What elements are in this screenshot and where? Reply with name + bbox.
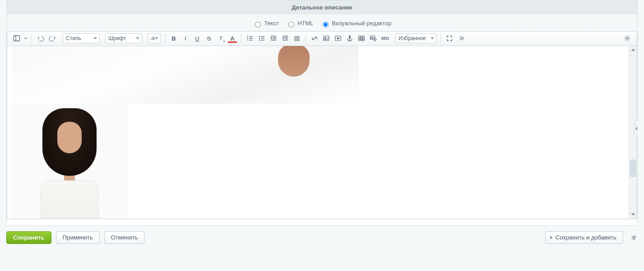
svg-point-29 xyxy=(349,36,351,37)
cancel-button[interactable]: Отменить xyxy=(104,231,144,244)
mode-visual-text: Визуальный редактор xyxy=(332,20,391,27)
settings-gear-icon[interactable] xyxy=(622,33,633,44)
style-select-label: Стиль xyxy=(66,35,81,41)
template-dropdown-icon[interactable] xyxy=(23,33,28,44)
video-icon[interactable] xyxy=(333,33,343,44)
editor-mode-row: Текст HTML Визуальный редактор xyxy=(7,14,637,31)
font-size-icon: ↕A xyxy=(150,36,155,41)
section-title: Детальное описание xyxy=(292,4,352,11)
ordered-list-icon[interactable]: 123 xyxy=(245,33,255,44)
seo-icon[interactable]: SEO xyxy=(380,33,390,44)
svg-rect-0 xyxy=(14,36,20,41)
content-image-1-graphic xyxy=(278,46,310,77)
image-icon[interactable] xyxy=(321,33,332,44)
svg-rect-31 xyxy=(359,36,364,41)
apply-button-label: Применить xyxy=(63,234,93,241)
save-button[interactable]: Сохранить xyxy=(6,231,51,244)
svg-point-27 xyxy=(325,37,326,39)
cancel-button-label: Отменить xyxy=(111,234,138,241)
font-select-label: Шрифт xyxy=(108,35,126,41)
pin-icon[interactable] xyxy=(630,234,638,241)
mode-text-label[interactable]: Текст xyxy=(253,20,281,27)
section-header: Детальное описание xyxy=(7,0,637,14)
align-icon[interactable] xyxy=(292,33,302,44)
mode-visual-radio[interactable] xyxy=(323,22,329,28)
image-link-icon[interactable] xyxy=(368,33,379,44)
scroll-down-icon[interactable] xyxy=(629,211,637,219)
unordered-list-icon[interactable] xyxy=(256,33,267,44)
font-size-select[interactable]: ↕A xyxy=(148,33,161,43)
apply-button[interactable]: Применить xyxy=(56,231,100,244)
save-and-add-button[interactable]: + Сохранить и добавить xyxy=(545,231,623,244)
svg-point-38 xyxy=(626,37,628,39)
font-select[interactable]: Шрифт xyxy=(105,33,142,43)
svg-point-13 xyxy=(259,40,260,41)
underline-button[interactable]: U xyxy=(192,33,203,44)
plus-icon: + xyxy=(549,234,553,241)
mode-html-text: HTML xyxy=(297,20,313,27)
more-icon[interactable] xyxy=(456,33,467,44)
editor-toolbar: Стиль Шрифт ↕A B I U S Tx xyxy=(7,31,637,46)
content-image-1[interactable] xyxy=(12,46,358,104)
style-select[interactable]: Стиль xyxy=(63,33,100,43)
side-flyout-toggle[interactable] xyxy=(634,120,638,137)
outdent-icon[interactable] xyxy=(268,33,279,44)
indent-icon[interactable] xyxy=(280,33,291,44)
bold-button[interactable]: B xyxy=(168,33,179,44)
svg-text:3: 3 xyxy=(247,38,248,41)
svg-point-12 xyxy=(259,38,260,39)
clear-format-button[interactable]: Tx xyxy=(215,33,226,44)
italic-button[interactable]: I xyxy=(180,33,191,44)
editor-content-area[interactable] xyxy=(7,46,629,219)
anchor-icon[interactable] xyxy=(344,33,355,44)
editor-wrap: Стиль Шрифт ↕A B I U S Tx xyxy=(7,31,637,219)
scroll-thumb[interactable] xyxy=(630,160,636,177)
mode-html-label[interactable]: HTML xyxy=(286,20,315,27)
mode-text-radio[interactable] xyxy=(255,22,261,28)
favorites-select[interactable]: Избранное xyxy=(395,33,437,43)
undo-icon[interactable] xyxy=(35,33,46,44)
scroll-up-icon[interactable] xyxy=(629,46,637,54)
strike-button[interactable]: S xyxy=(204,33,214,44)
content-image-2[interactable] xyxy=(12,104,127,219)
footer-action-bar: Сохранить Применить Отменить + Сохранить… xyxy=(0,226,644,249)
mode-text-text: Текст xyxy=(264,20,279,27)
svg-point-11 xyxy=(259,36,260,37)
content-image-2-graphic xyxy=(31,108,108,219)
text-color-button[interactable]: A xyxy=(227,33,238,44)
save-button-label: Сохранить xyxy=(13,234,45,241)
template-split-icon[interactable] xyxy=(11,33,22,44)
redo-icon[interactable] xyxy=(47,33,58,44)
editor-panel: Детальное описание Текст HTML Визуальный… xyxy=(6,0,638,226)
fullscreen-icon[interactable] xyxy=(444,33,455,44)
mode-html-radio[interactable] xyxy=(288,22,294,28)
mode-visual-label[interactable]: Визуальный редактор xyxy=(320,20,392,27)
save-and-add-label: Сохранить и добавить xyxy=(556,234,616,241)
table-icon[interactable] xyxy=(356,33,367,44)
link-icon[interactable] xyxy=(309,33,320,44)
favorites-label: Избранное xyxy=(398,35,426,41)
editor-body[interactable] xyxy=(7,46,637,219)
